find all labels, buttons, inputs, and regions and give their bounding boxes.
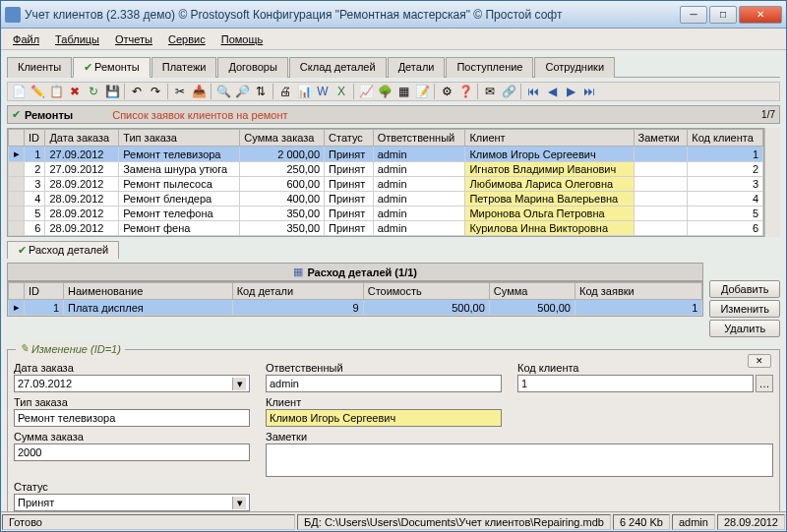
tb-filter-icon[interactable]: 🔍 — [214, 83, 232, 100]
subtab-label: Расход деталей — [29, 244, 108, 256]
tb-first-icon[interactable]: ⏮ — [524, 83, 542, 100]
table-row[interactable]: ▸127.09.2012Ремонт телевизора2 000,00При… — [9, 147, 763, 162]
label-status: Статус — [14, 481, 250, 493]
close-button[interactable]: ✕ — [739, 6, 782, 24]
tb-save-icon[interactable]: 💾 — [103, 83, 121, 100]
resp-input[interactable]: admin — [266, 375, 502, 392]
tb-word-icon[interactable]: W — [314, 83, 332, 100]
tb-last-icon[interactable]: ⏭ — [580, 83, 598, 100]
tb-settings-icon[interactable]: ⚙ — [438, 83, 455, 100]
tb-new-icon[interactable]: 📄 — [10, 83, 28, 100]
label-resp: Ответственный — [266, 362, 502, 374]
menu-help[interactable]: Помощь — [213, 31, 272, 47]
tab-clients[interactable]: Клиенты — [7, 57, 72, 78]
section-subtitle: Список заявок клиентов на ремонт — [112, 109, 287, 121]
label-notes: Заметки — [266, 431, 773, 443]
main-grid[interactable]: IDДата заказаТип заказаСумма заказаСтату… — [7, 128, 764, 237]
tab-staff[interactable]: Сотрудники — [534, 57, 615, 78]
menu-service[interactable]: Сервис — [160, 31, 213, 47]
tb-prev-icon[interactable]: ◀ — [543, 83, 561, 100]
check-icon: ✔ — [12, 108, 21, 121]
table-row[interactable]: 628.09.2012Ремонт фена350,00ПринятadminК… — [9, 221, 763, 236]
label-type: Тип заказа — [14, 396, 250, 408]
edit-panel: ✎ Изменение (ID=1) ✕ Дата заказа 27.09.2… — [7, 349, 780, 511]
edit-panel-title: ✎ Изменение (ID=1) — [16, 342, 125, 355]
delete-button[interactable]: Удалить — [709, 320, 780, 337]
tb-cut-icon[interactable]: ✂ — [171, 83, 189, 100]
detail-icon: ▦ — [293, 266, 303, 278]
tb-copy-icon[interactable]: 📋 — [47, 83, 65, 100]
table-row[interactable]: 227.09.2012Замена шнура утюга250,00Приня… — [9, 162, 763, 177]
tab-income[interactable]: Поступление — [446, 57, 533, 78]
tb-print-icon[interactable]: 🖨 — [276, 83, 294, 100]
client-input[interactable]: Климов Игорь Сергеевич — [266, 409, 502, 427]
detail-title: Расход деталей (1/1) — [307, 266, 417, 278]
table-row[interactable]: 528.09.2012Ремонт телефона350,00Принятad… — [9, 207, 763, 221]
tb-help-icon[interactable]: ❓ — [456, 83, 474, 100]
add-button[interactable]: Добавить — [709, 280, 780, 298]
tb-find-icon[interactable]: 🔎 — [233, 83, 251, 100]
label-code: Код клиента — [517, 362, 773, 374]
tab-stock[interactable]: Склад деталей — [289, 57, 387, 78]
code-lookup-button[interactable]: … — [756, 375, 773, 392]
tb-link-icon[interactable]: 🔗 — [500, 83, 517, 100]
detail-header: ▦ Расход деталей (1/1) — [7, 263, 703, 281]
app-icon — [5, 7, 21, 23]
tb-delete-icon[interactable]: ✖ — [66, 83, 84, 100]
minimize-button[interactable]: ─ — [680, 6, 707, 24]
menu-tables[interactable]: Таблицы — [47, 31, 107, 47]
tb-undo-icon[interactable]: ↶ — [128, 83, 146, 100]
chevron-down-icon[interactable]: ▾ — [232, 378, 246, 390]
tb-excel-icon[interactable]: X — [333, 83, 350, 100]
toolbar: 📄 ✏️ 📋 ✖ ↻ 💾 ↶ ↷ ✂ 📥 🔍 🔎 ⇅ 🖨 📊 W X 📈 🌳 ▦ — [7, 82, 780, 101]
tb-paste-icon[interactable]: 📥 — [190, 83, 208, 100]
tb-mail-icon[interactable]: ✉ — [481, 83, 499, 100]
status-date: 28.09.2012 — [717, 514, 785, 530]
table-row[interactable]: ▸1Плата дисплея9500,00500,001 — [9, 300, 702, 316]
tb-tree-icon[interactable]: 🌳 — [376, 83, 394, 100]
sum-input[interactable]: 2000 — [14, 443, 250, 461]
scrollbar[interactable] — [764, 128, 780, 237]
tb-export-icon[interactable]: 📊 — [295, 83, 313, 100]
label-sum: Сумма заказа — [14, 431, 250, 443]
menubar: Файл Таблицы Отчеты Сервис Помощь — [1, 29, 786, 50]
tb-chart-icon[interactable]: 📈 — [357, 83, 375, 100]
edit-close-button[interactable]: ✕ — [748, 354, 771, 368]
tab-details[interactable]: Детали — [388, 57, 446, 78]
section-counter: 1/7 — [761, 109, 775, 120]
menu-reports[interactable]: Отчеты — [107, 31, 160, 47]
tb-sort-icon[interactable]: ⇅ — [252, 83, 270, 100]
tab-repairs[interactable]: ✔Ремонты — [73, 57, 151, 78]
tb-refresh-icon[interactable]: ↻ — [85, 83, 102, 100]
date-input[interactable]: 27.09.2012 ▾ — [14, 375, 250, 392]
tb-next-icon[interactable]: ▶ — [562, 83, 579, 100]
table-row[interactable]: 328.09.2012Ремонт пылесоса600,00Принятad… — [9, 177, 763, 192]
label-client: Клиент — [266, 396, 502, 408]
subtab-detail-expense[interactable]: ✔Расход деталей — [7, 241, 119, 259]
detail-grid[interactable]: IDНаименованиеКод деталиСтоимостьСуммаКо… — [7, 281, 703, 317]
section-title: Ремонты — [25, 109, 73, 121]
tab-contracts[interactable]: Договоры — [217, 57, 287, 78]
main-tabs: Клиенты ✔Ремонты Платежи Договоры Склад … — [7, 56, 780, 78]
maximize-button[interactable]: □ — [709, 6, 737, 24]
section-header: ✔ Ремонты Список заявок клиентов на ремо… — [7, 105, 780, 124]
menu-file[interactable]: Файл — [5, 31, 47, 47]
titlebar: Учет клиентов (2.338 демо) © Prostoysoft… — [1, 1, 786, 29]
notes-input[interactable] — [266, 443, 773, 477]
status-db: БД: C:\Users\Users\Documents\Учет клиент… — [297, 514, 611, 530]
tb-grid-icon[interactable]: ▦ — [394, 83, 412, 100]
table-row[interactable]: 428.09.2012Ремонт блендера400,00Принятad… — [9, 192, 763, 207]
type-input[interactable]: Ремонт телевизора — [14, 409, 250, 427]
chevron-down-icon[interactable]: ▾ — [232, 497, 246, 509]
tb-redo-icon[interactable]: ↷ — [147, 83, 164, 100]
status-ready: Готово — [2, 514, 295, 530]
statusbar: Готово БД: C:\Users\Users\Documents\Учет… — [1, 511, 786, 531]
pencil-icon: ✎ — [20, 342, 29, 355]
code-input[interactable]: 1 — [517, 375, 754, 392]
tb-edit-icon[interactable]: ✏️ — [29, 83, 46, 100]
status-user: admin — [672, 514, 715, 530]
tab-payments[interactable]: Платежи — [151, 57, 217, 78]
status-input[interactable]: Принят ▾ — [14, 494, 250, 511]
tb-form-icon[interactable]: 📝 — [413, 83, 431, 100]
edit-button[interactable]: Изменить — [709, 300, 780, 318]
